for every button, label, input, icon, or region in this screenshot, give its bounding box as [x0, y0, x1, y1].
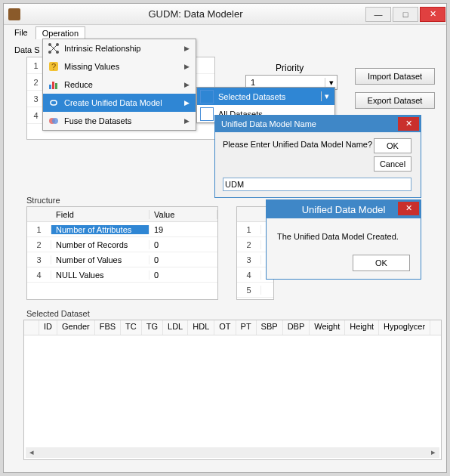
menu-label: Intrinsic Relationship	[64, 44, 141, 53]
udm-name-input[interactable]	[223, 178, 411, 191]
menu-intrinsic-relationship[interactable]: Intrinsic Relationship ▶	[43, 39, 196, 57]
row-number: 3	[27, 255, 51, 264]
menu-create-unified-data-model[interactable]: Create Unified Data Model ▶	[43, 94, 196, 112]
window-title: GUDM: Data Modeler	[26, 8, 365, 20]
dialog-title: Unified Data Model Name	[221, 119, 316, 128]
horizontal-scrollbar[interactable]: ◂▸	[26, 447, 439, 458]
selected-dataset-grid: ID Gender FBS TC TG LDL HDL OT PT SBP DB…	[23, 320, 442, 460]
link-icon	[46, 95, 61, 110]
structure-row[interactable]: 1 Number of Attributes 19	[27, 222, 217, 237]
dialog-title: Unified Data Model	[302, 204, 386, 215]
col-weight[interactable]: Weight	[310, 320, 345, 335]
export-dataset-button[interactable]: Export Dataset	[355, 92, 435, 109]
question-icon: ?	[46, 59, 61, 74]
structure-label: Structure	[26, 196, 60, 205]
col-sbp[interactable]: SBP	[257, 320, 283, 335]
grid-all-icon	[200, 107, 214, 121]
structure-row[interactable]: 3 Number of Values 0	[27, 252, 217, 267]
submenu-label: Selected Datasets	[218, 92, 285, 101]
chart-icon	[46, 77, 61, 92]
row-number: 4	[27, 270, 51, 280]
row-number: 1	[237, 225, 261, 234]
row-number: 5	[237, 286, 261, 295]
menu-label: Fuse the Datasets	[64, 116, 131, 125]
col-ldl[interactable]: LDL	[163, 320, 188, 335]
chevron-right-icon: ▶	[184, 117, 190, 125]
svg-text:?: ?	[51, 62, 56, 71]
chevron-right-icon: ▶	[184, 45, 190, 52]
value-cell: 19	[149, 225, 217, 234]
structure-table: Field Value 1 Number of Attributes 19 2 …	[26, 206, 218, 300]
col-pt[interactable]: PT	[236, 320, 257, 335]
svg-rect-7	[52, 82, 54, 89]
svg-rect-6	[49, 85, 51, 89]
value-cell: 0	[149, 270, 217, 280]
dialog-titlebar: Unified Data Model Name ✕	[215, 116, 421, 132]
svg-point-3	[56, 51, 59, 54]
value-cell: 0	[149, 240, 217, 249]
ok-button[interactable]: OK	[374, 138, 411, 153]
svg-point-0	[48, 43, 51, 46]
menu-file[interactable]: File	[8, 26, 34, 39]
menu-operation[interactable]: Operation	[35, 26, 85, 39]
row-number: 1	[27, 225, 51, 234]
svg-point-1	[56, 43, 59, 46]
udm-created-dialog: Unified Data Model ✕ The Unified Data Mo…	[266, 199, 421, 280]
col-value: Value	[149, 210, 217, 219]
menu-missing-values[interactable]: ? Missing Values ▶	[43, 57, 196, 76]
ok-button[interactable]: OK	[353, 255, 410, 271]
col-id[interactable]: ID	[39, 320, 57, 335]
chevron-down-icon: ▾	[325, 78, 337, 88]
close-button[interactable]: ✕	[420, 7, 445, 22]
chevron-down-icon: ▾	[321, 91, 331, 101]
data-selection-label: Data S	[14, 45, 40, 54]
row-number: 3	[237, 255, 261, 264]
titlebar: GUDM: Data Modeler — □ ✕	[4, 4, 446, 25]
col-tg[interactable]: TG	[142, 320, 163, 335]
field-cell: Number of Values	[51, 255, 149, 264]
row-number: 2	[27, 240, 51, 249]
row-number: 4	[237, 270, 261, 280]
structure-row[interactable]: 2 Number of Records 0	[27, 237, 217, 252]
chevron-right-icon: ▶	[184, 63, 190, 70]
col-ot[interactable]: OT	[214, 320, 236, 335]
maximize-button[interactable]: □	[393, 7, 418, 22]
svg-rect-8	[55, 83, 57, 89]
cancel-button[interactable]: Cancel	[374, 156, 411, 172]
col-fbs[interactable]: FBS	[95, 320, 121, 335]
col-height[interactable]: Height	[345, 320, 379, 335]
field-cell: NULL Values	[51, 270, 149, 280]
app-icon	[8, 8, 20, 20]
menu-label: Reduce	[64, 80, 93, 89]
priority-label: Priority	[276, 63, 304, 73]
col-hdl[interactable]: HDL	[188, 320, 214, 335]
col-dbp[interactable]: DBP	[283, 320, 310, 335]
dialog-close-button[interactable]: ✕	[398, 117, 419, 131]
merge-icon	[46, 113, 61, 128]
col-gender[interactable]: Gender	[57, 320, 95, 335]
grid-select-icon	[200, 90, 214, 104]
structure-header: Field Value	[27, 207, 217, 222]
svg-point-10	[52, 118, 58, 124]
dialog-close-button[interactable]: ✕	[398, 202, 419, 215]
col-tc[interactable]: TC	[121, 320, 142, 335]
operation-menu: Intrinsic Relationship ▶ ? Missing Value…	[42, 39, 196, 131]
col-field: Field	[51, 210, 149, 219]
structure-row[interactable]: 4 NULL Values 0	[27, 267, 217, 283]
import-dataset-button[interactable]: Import Dataset	[355, 68, 435, 85]
menu-label: Missing Values	[64, 62, 119, 71]
value-cell: 0	[149, 255, 217, 264]
minimize-button[interactable]: —	[365, 7, 391, 22]
col-hypoglycer[interactable]: Hypoglycer	[379, 320, 430, 335]
menu-reduce[interactable]: Reduce ▶	[43, 76, 196, 94]
row-number: 2	[237, 240, 261, 249]
priority-value: 1	[251, 78, 255, 87]
dialog-message: The Unified Data Model Created.	[277, 232, 410, 241]
field-cell: Number of Records	[51, 240, 149, 249]
menu-fuse-datasets[interactable]: Fuse the Datasets ▶	[43, 112, 196, 130]
submenu-selected-datasets[interactable]: Selected Datasets ▾	[197, 88, 334, 105]
branch-icon	[46, 41, 61, 56]
udm-name-dialog: Unified Data Model Name ✕ Please Enter U…	[214, 115, 421, 198]
field-cell: Number of Attributes	[51, 225, 149, 234]
selected-dataset-label: Selected Dataset	[26, 309, 90, 318]
